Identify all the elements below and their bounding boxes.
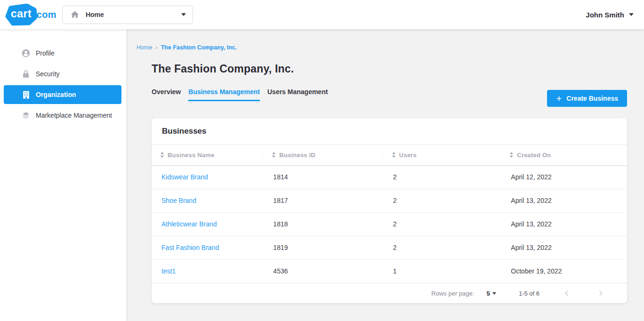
breadcrumb-separator-icon: › — [155, 44, 157, 51]
business-name-link[interactable]: Athleticwear Brand — [161, 220, 217, 228]
business-id-cell: 1819 — [263, 236, 383, 259]
created-on-cell: April 12, 2022 — [501, 165, 627, 189]
businesses-table: Business Name Business ID Users Created … — [152, 145, 627, 283]
cart-logo[interactable]: cart .com — [5, 4, 56, 26]
create-business-label: Create Business — [566, 95, 618, 102]
workspace-label: Home — [86, 11, 104, 18]
table-header-row: Business Name Business ID Users Created … — [152, 145, 627, 165]
tabs: Overview Business Management Users Manag… — [152, 87, 328, 101]
business-id-cell: 1814 — [263, 165, 383, 189]
created-on-cell: April 13, 2022 — [501, 189, 627, 212]
column-header-users[interactable]: Users — [383, 145, 501, 165]
rows-per-page-select[interactable]: 5 — [486, 290, 496, 297]
sidebar-item-label: Security — [36, 70, 60, 78]
business-name-link[interactable]: Fast Fashion Brand — [161, 244, 219, 251]
main-content: Home › The Fashion Company, Inc. The Fas… — [126, 29, 644, 321]
building-icon — [21, 90, 31, 99]
create-business-button[interactable]: Create Business — [547, 90, 627, 107]
table-row: Fast Fashion Brand 1819 2 April 13, 2022 — [152, 236, 627, 259]
column-header-business-name[interactable]: Business Name — [152, 145, 263, 165]
column-header-created-on[interactable]: Created On — [501, 145, 627, 165]
lock-icon — [21, 69, 31, 79]
sidebar-item-profile[interactable]: Profile — [4, 44, 121, 63]
tab-users-management[interactable]: Users Management — [267, 87, 328, 101]
logo-text-main: cart — [11, 8, 32, 20]
business-name-link[interactable]: Shoe Brand — [161, 197, 196, 204]
sort-icon — [272, 152, 276, 158]
chevron-right-icon — [597, 289, 604, 297]
tabs-row: Overview Business Management Users Manag… — [152, 87, 627, 107]
sort-icon — [392, 152, 396, 158]
chevron-down-icon — [181, 13, 186, 16]
sidebar-item-organization[interactable]: Organization — [4, 85, 121, 104]
chevron-left-icon — [563, 289, 571, 297]
tab-business-management[interactable]: Business Management — [188, 87, 260, 101]
sort-icon — [509, 152, 514, 158]
sidebar: Profile Security Organizatio — [0, 29, 126, 321]
workspace-selector[interactable]: Home — [62, 6, 193, 24]
card-title: Businesses — [152, 118, 627, 145]
column-header-business-id[interactable]: Business ID — [263, 145, 383, 165]
users-cell: 2 — [383, 165, 501, 189]
cart-logo-blob: cart — [5, 4, 38, 26]
user-menu[interactable]: John Smith — [586, 11, 634, 19]
table-row: Shoe Brand 1817 2 April 13, 2022 — [152, 189, 627, 212]
home-icon — [70, 10, 80, 19]
business-name-link[interactable]: test1 — [161, 267, 176, 275]
breadcrumb: Home › The Fashion Company, Inc. — [137, 44, 644, 51]
table-row: Athleticwear Brand 1818 2 April 13, 2022 — [152, 212, 627, 236]
chevron-down-icon — [492, 292, 496, 295]
table-row: test1 4536 1 October 19, 2022 — [152, 259, 627, 283]
business-id-cell: 1818 — [263, 212, 383, 236]
users-cell: 1 — [383, 259, 501, 283]
user-name: John Smith — [586, 11, 624, 19]
breadcrumb-current: The Fashion Company, Inc. — [161, 44, 237, 51]
plus-icon — [556, 96, 562, 102]
table-pagination: Rows per page: 5 1-5 of 6 — [152, 283, 627, 303]
table-row: Kidswear Brand 1814 2 April 12, 2022 — [152, 165, 627, 189]
sidebar-item-label: Profile — [36, 49, 55, 57]
created-on-cell: October 19, 2022 — [501, 259, 627, 283]
business-id-cell: 1817 — [263, 189, 383, 212]
created-on-cell: April 13, 2022 — [501, 236, 627, 259]
page-title: The Fashion Company, Inc. — [152, 63, 644, 75]
sidebar-item-label: Organization — [36, 91, 76, 98]
breadcrumb-home-link[interactable]: Home — [137, 44, 152, 51]
rows-per-page-value: 5 — [486, 290, 490, 297]
next-page-button[interactable] — [595, 288, 606, 299]
sidebar-item-marketplace-management[interactable]: Marketplace Management — [4, 106, 121, 125]
layers-icon — [21, 111, 31, 120]
chevron-down-icon — [629, 13, 634, 16]
previous-page-button[interactable] — [561, 288, 572, 299]
sidebar-item-security[interactable]: Security — [4, 64, 121, 83]
users-cell: 2 — [383, 189, 501, 212]
sidebar-item-label: Marketplace Management — [36, 112, 112, 119]
pagination-range: 1-5 of 6 — [519, 290, 539, 297]
business-name-link[interactable]: Kidswear Brand — [161, 173, 208, 181]
app: cart .com Home John Smith Profile — [0, 0, 644, 321]
users-cell: 2 — [383, 236, 501, 259]
created-on-cell: April 13, 2022 — [501, 212, 627, 236]
top-bar: cart .com Home John Smith — [0, 0, 644, 29]
business-id-cell: 4536 — [263, 259, 383, 283]
businesses-card: Businesses Business Name Business ID — [152, 118, 627, 303]
tab-overview[interactable]: Overview — [152, 87, 181, 101]
user-icon — [21, 48, 31, 58]
rows-per-page-label: Rows per page: — [431, 290, 474, 297]
sort-icon — [160, 152, 164, 158]
users-cell: 2 — [383, 212, 501, 236]
